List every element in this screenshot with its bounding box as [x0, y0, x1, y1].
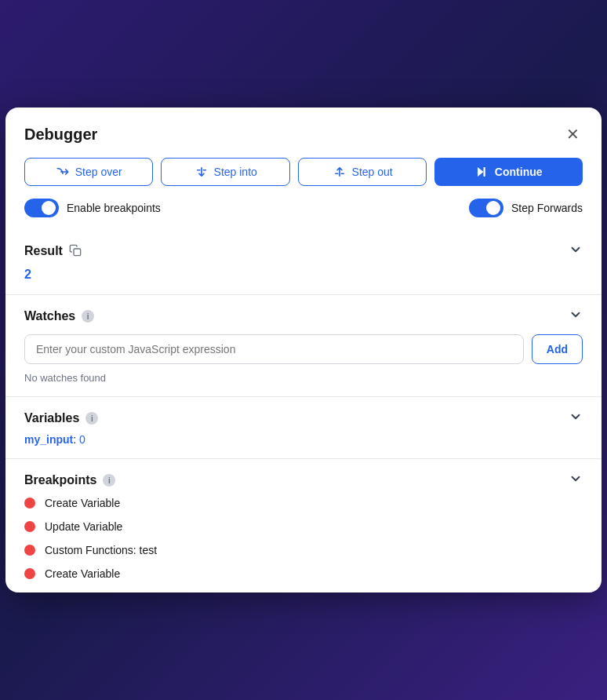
svg-rect-0 — [483, 167, 485, 177]
watches-add-label: Add — [547, 343, 568, 355]
step-out-button[interactable]: Step out — [298, 158, 427, 186]
breakpoint-label: Create Variable — [45, 567, 120, 580]
debugger-panel: Debugger ✕ Step over Step into — [5, 108, 602, 592]
breakpoints-info-icon[interactable]: i — [103, 474, 115, 487]
step-into-icon — [194, 165, 209, 179]
watches-chevron-icon — [569, 308, 583, 325]
breakpoint-label: Update Variable — [45, 520, 122, 533]
breakpoints-chevron-icon — [569, 472, 583, 489]
enable-breakpoints-label: Enable breakpoints — [67, 202, 161, 214]
breakpoints-title: Breakpoints — [24, 473, 96, 487]
breakpoints-section-header[interactable]: Breakpoints i — [24, 472, 583, 489]
result-section: Result 2 — [5, 230, 602, 295]
watches-expression-input[interactable] — [24, 334, 524, 364]
no-watches-message: No watches found — [24, 372, 583, 384]
result-section-header[interactable]: Result — [24, 242, 583, 260]
breakpoints-title-group: Breakpoints i — [24, 473, 115, 487]
panel-header: Debugger ✕ — [5, 108, 602, 158]
variables-section: Variables i my_input: 0 — [5, 397, 602, 459]
variables-chevron-icon — [569, 410, 583, 427]
watches-input-row: Add — [24, 334, 583, 364]
breakpoint-item: Custom Functions: test — [24, 544, 583, 556]
step-over-icon — [56, 165, 70, 179]
result-title: Result — [24, 244, 63, 258]
result-value: 2 — [24, 268, 583, 282]
breakpoint-dot — [24, 498, 35, 509]
breakpoint-item: Create Variable — [24, 497, 583, 509]
result-title-group: Result — [24, 244, 82, 259]
watches-title: Watches — [24, 309, 75, 323]
step-out-label: Step out — [352, 166, 393, 178]
svg-marker-1 — [478, 167, 484, 177]
watches-section: Watches i Add No watches found — [5, 295, 602, 397]
step-over-button[interactable]: Step over — [24, 158, 153, 186]
breakpoint-dot — [24, 545, 35, 556]
step-out-icon — [333, 165, 347, 179]
toolbar: Step over Step into Step out — [5, 158, 602, 199]
step-into-button[interactable]: Step into — [161, 158, 289, 186]
continue-icon — [475, 165, 489, 179]
step-forwards-toggle-group: Step Forwards — [469, 199, 583, 217]
panel-title: Debugger — [24, 126, 97, 144]
breakpoint-label: Create Variable — [45, 497, 120, 509]
variables-info-icon[interactable]: i — [85, 412, 98, 425]
var-value: 0 — [79, 433, 85, 446]
variables-title-group: Variables i — [24, 411, 98, 425]
continue-button[interactable]: Continue — [434, 158, 583, 186]
step-forwards-toggle[interactable] — [469, 199, 503, 217]
enable-breakpoints-toggle-group: Enable breakpoints — [24, 199, 161, 217]
enable-breakpoints-toggle[interactable] — [24, 199, 59, 217]
var-name: my_input — [24, 433, 73, 446]
breakpoint-item: Create Variable — [24, 567, 583, 580]
var-colon: : — [73, 433, 79, 446]
result-chevron-icon — [569, 242, 583, 260]
variables-title: Variables — [24, 411, 79, 425]
variable-item: my_input: 0 — [24, 433, 583, 446]
continue-label: Continue — [495, 166, 543, 178]
close-icon: ✕ — [566, 126, 580, 142]
breakpoint-list: Create Variable Update Variable Custom F… — [24, 497, 583, 580]
watches-add-button[interactable]: Add — [532, 334, 583, 364]
breakpoint-label: Custom Functions: test — [45, 544, 157, 556]
watches-section-header[interactable]: Watches i — [24, 308, 583, 325]
step-forwards-label: Step Forwards — [511, 202, 583, 214]
close-button[interactable]: ✕ — [563, 123, 583, 145]
variables-section-header[interactable]: Variables i — [24, 410, 583, 427]
breakpoint-dot — [24, 568, 35, 579]
step-over-label: Step over — [75, 166, 122, 178]
step-into-label: Step into — [214, 166, 257, 178]
svg-rect-2 — [74, 249, 81, 256]
watches-info-icon[interactable]: i — [82, 310, 94, 323]
copy-icon[interactable] — [69, 244, 82, 259]
watches-title-group: Watches i — [24, 309, 94, 323]
toggles-row: Enable breakpoints Step Forwards — [5, 199, 602, 230]
breakpoint-item: Update Variable — [24, 520, 583, 533]
breakpoint-dot — [24, 521, 35, 532]
breakpoints-section: Breakpoints i Create Variable Update Var… — [5, 459, 602, 592]
